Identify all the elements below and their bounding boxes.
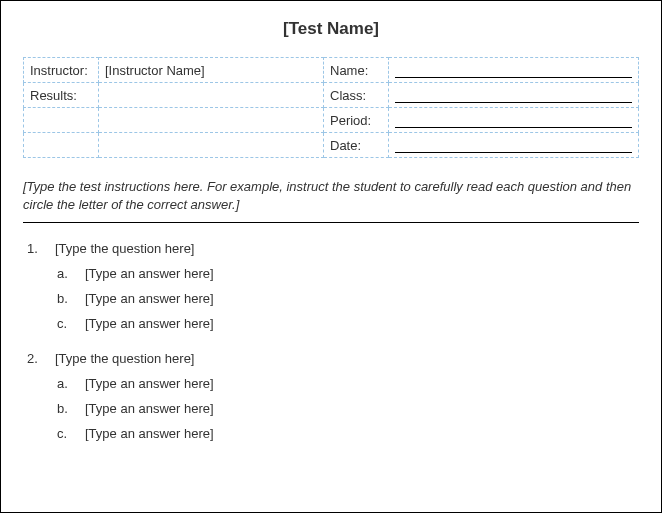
question-number: 1. [27,241,55,256]
empty-cell [99,133,324,158]
class-label: Class: [324,83,389,108]
answer-letter: b. [57,291,85,306]
empty-cell [24,133,99,158]
answer-letter: c. [57,316,85,331]
period-label: Period: [324,108,389,133]
empty-cell [99,108,324,133]
instructor-label: Instructor: [24,58,99,83]
question-block: 1. [Type the question here] a. [Type an … [27,241,639,331]
name-field[interactable] [389,58,639,83]
question-number: 2. [27,351,55,366]
answer-text[interactable]: [Type an answer here] [85,426,214,441]
results-label: Results: [24,83,99,108]
date-field[interactable] [389,133,639,158]
answer-text[interactable]: [Type an answer here] [85,266,214,281]
answer-text[interactable]: [Type an answer here] [85,401,214,416]
empty-cell [24,108,99,133]
instructions-text[interactable]: [Type the test instructions here. For ex… [23,178,639,223]
question-block: 2. [Type the question here] a. [Type an … [27,351,639,441]
answer-letter: a. [57,376,85,391]
question-text[interactable]: [Type the question here] [55,241,639,256]
instructor-value[interactable]: [Instructor Name] [99,58,324,83]
name-label: Name: [324,58,389,83]
answer-text[interactable]: [Type an answer here] [85,291,214,306]
answer-letter: a. [57,266,85,281]
question-text[interactable]: [Type the question here] [55,351,639,366]
results-value[interactable] [99,83,324,108]
info-table: Instructor: [Instructor Name] Name: Resu… [23,57,639,158]
answer-letter: b. [57,401,85,416]
test-title[interactable]: [Test Name] [23,19,639,39]
questions-container: 1. [Type the question here] a. [Type an … [23,241,639,441]
answer-text[interactable]: [Type an answer here] [85,316,214,331]
answer-letter: c. [57,426,85,441]
period-field[interactable] [389,108,639,133]
date-label: Date: [324,133,389,158]
answer-text[interactable]: [Type an answer here] [85,376,214,391]
class-field[interactable] [389,83,639,108]
